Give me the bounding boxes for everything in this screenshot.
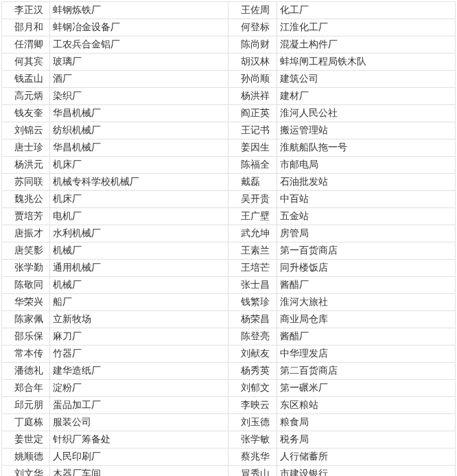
- person-name: 钱繁珍: [228, 294, 277, 311]
- organization: 玻璃厂: [50, 54, 228, 71]
- table-row: 陈家佩立新牧场杨荣昌商业局仓库: [2, 311, 456, 328]
- table-row: 常本传竹器厂刘献友中华理发店: [2, 345, 456, 363]
- person-name: 王广壁: [228, 208, 277, 225]
- person-name: 杨秀英: [228, 363, 277, 380]
- table-row: 魏兆公机床厂吴开贵中百站: [2, 191, 456, 208]
- organization: 淮河大旅社: [277, 294, 455, 311]
- table-row: 姚顺德人民印刷厂蔡兆华人行储蓄所: [2, 449, 456, 466]
- organization: 酱醋厂: [277, 328, 455, 345]
- table-row: 钱友奎华昌机械厂阎正英淮河人民公社: [2, 105, 456, 122]
- person-name: 陈敬同: [2, 277, 50, 294]
- person-name: 吴开贵: [228, 191, 277, 208]
- person-name: 李正汉: [2, 2, 50, 19]
- table-row: 唐士珍华昌机械厂姜因生淮航船队拖一号: [2, 139, 456, 157]
- organization: 同升楼饭店: [277, 260, 455, 277]
- table-row: 邵乐保麻刀厂陈登亮酱醋厂: [2, 328, 456, 345]
- table-row: 杨洪元机床厂陈福全市邮电局: [2, 157, 456, 174]
- organization: 房管局: [277, 225, 455, 242]
- person-name: 魏兆公: [2, 191, 50, 208]
- organization: 酱醋厂: [277, 277, 455, 294]
- person-name: 邵月和: [2, 19, 50, 36]
- personnel-table: 李正汉蚌钢炼铁厂王佐周化工厂邵月和蚌钢冶金设备厂何登标江淮化工厂任渭卿工农兵合金…: [1, 1, 456, 476]
- organization: 淮航船队拖一号: [277, 139, 455, 157]
- organization: 淮河人民公社: [277, 105, 455, 122]
- person-name: 钱友奎: [2, 105, 50, 122]
- organization: 第二百货商店: [277, 363, 455, 380]
- organization: 市邮电局: [277, 157, 455, 174]
- organization: 酒厂: [50, 71, 228, 88]
- person-name: 刘献友: [228, 345, 277, 363]
- organization: 服装公司: [50, 414, 228, 431]
- organization: 针织厂筹备处: [50, 431, 228, 449]
- organization: 麻刀厂: [50, 328, 228, 345]
- person-name: 王记书: [228, 122, 277, 139]
- table-row: 郑合年淀粉厂刘郁文第一碾米厂: [2, 380, 456, 397]
- person-name: 陈家佩: [2, 311, 50, 328]
- person-name: 钱孟山: [2, 71, 50, 88]
- person-name: 刘玉德: [228, 414, 277, 431]
- table-row: 刘文华木器厂车间冒秀山市建设银行: [2, 466, 456, 477]
- table-row: 唐笑影机械厂王素兰第一百货商店: [2, 242, 456, 260]
- organization: 染织厂: [50, 88, 228, 105]
- organization: 市建设银行: [277, 466, 455, 477]
- organization: 中百站: [277, 191, 455, 208]
- person-name: 陈尚财: [228, 36, 277, 54]
- person-name: 杨洪元: [2, 157, 50, 174]
- organization: 江淮化工厂: [277, 19, 455, 36]
- organization: 东区粮站: [277, 397, 455, 414]
- person-name: 苏同联: [2, 174, 50, 191]
- organization: 淀粉厂: [50, 380, 228, 397]
- organization: 人行储蓄所: [277, 449, 455, 466]
- person-name: 孙尚顺: [228, 71, 277, 88]
- organization: 商业局仓库: [277, 311, 455, 328]
- organization: 机床厂: [50, 191, 228, 208]
- table-row: 唐振才水利机械厂武允坤房管局: [2, 225, 456, 242]
- organization: 五金站: [277, 208, 455, 225]
- person-name: 阎正英: [228, 105, 277, 122]
- organization: 中华理发店: [277, 345, 455, 363]
- table-row: 张学勤通用机械厂王培芒同升楼饭店: [2, 260, 456, 277]
- person-name: 刘锦云: [2, 122, 50, 139]
- person-name: 唐振才: [2, 225, 50, 242]
- person-name: 姜世定: [2, 431, 50, 449]
- person-name: 张士昌: [228, 277, 277, 294]
- table-row: 何其宾玻璃厂胡汉林蚌埠闸工程局铁木队: [2, 54, 456, 71]
- person-name: 姚顺德: [2, 449, 50, 466]
- person-name: 华荣兴: [2, 294, 50, 311]
- person-name: 戴磊: [228, 174, 277, 191]
- organization: 税务局: [277, 431, 455, 449]
- organization: 船厂: [50, 294, 228, 311]
- organization: 通用机械厂: [50, 260, 228, 277]
- organization: 华昌机械厂: [50, 105, 228, 122]
- person-name: 刘郁文: [228, 380, 277, 397]
- organization: 第一碾米厂: [277, 380, 455, 397]
- person-name: 常本传: [2, 345, 50, 363]
- person-name: 唐笑影: [2, 242, 50, 260]
- organization: 蚌埠闸工程局铁木队: [277, 54, 455, 71]
- table-row: 潘德礼建华造纸厂杨秀英第二百货商店: [2, 363, 456, 380]
- person-name: 王素兰: [228, 242, 277, 260]
- organization: 竹器厂: [50, 345, 228, 363]
- person-name: 郑合年: [2, 380, 50, 397]
- organization: 华昌机械厂: [50, 139, 228, 157]
- person-name: 王佐周: [228, 2, 277, 19]
- table-row: 丁庭栋服装公司刘玉德粮食局: [2, 414, 456, 431]
- person-name: 杨荣昌: [228, 311, 277, 328]
- table-row: 陈敬同机械厂张士昌酱醋厂: [2, 277, 456, 294]
- organization: 蚌钢炼铁厂: [50, 2, 228, 19]
- organization: 机械专科学校机械厂: [50, 174, 228, 191]
- organization: 人民印刷厂: [50, 449, 228, 466]
- organization: 蚌钢冶金设备厂: [50, 19, 228, 36]
- organization: 机床厂: [50, 157, 228, 174]
- organization: 木器厂车间: [50, 466, 228, 477]
- person-name: 任渭卿: [2, 36, 50, 54]
- person-name: 潘德礼: [2, 363, 50, 380]
- person-name: 蔡兆华: [228, 449, 277, 466]
- table-row: 刘锦云纺织机械厂王记书搬运管理站: [2, 122, 456, 139]
- organization: 机械厂: [50, 277, 228, 294]
- person-name: 何其宾: [2, 54, 50, 71]
- person-name: 陈福全: [228, 157, 277, 174]
- person-name: 丁庭栋: [2, 414, 50, 431]
- person-name: 李映云: [228, 397, 277, 414]
- organization: 立新牧场: [50, 311, 228, 328]
